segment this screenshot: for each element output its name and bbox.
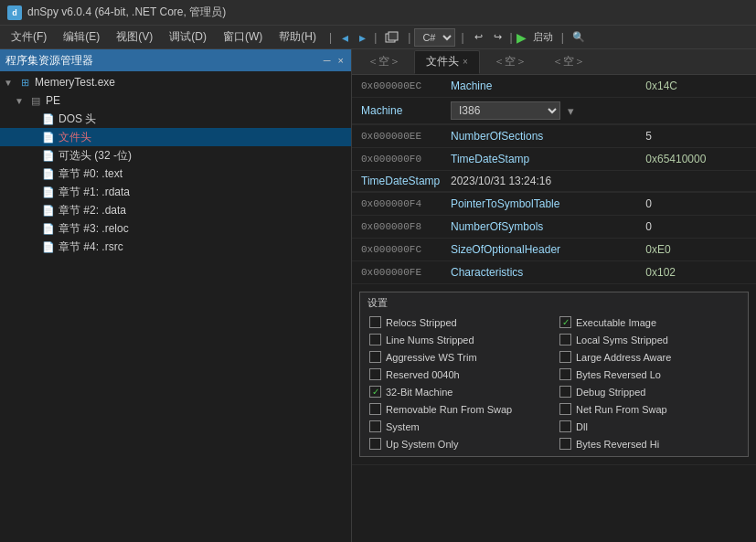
cb-label-execimg: Executable Image <box>576 317 656 328</box>
prop-row-char: 0x000000FE Characteristics 0x102 <box>352 261 756 284</box>
tree-label-pe: PE <box>46 94 60 107</box>
left-panel: 程序集资源管理器 ─ × ▼ ⊞ MemeryTest.exe ▼ ▤ PE ▶ <box>0 49 352 542</box>
properties-table: 0x000000EC Machine 0x14C Machine I386 AM… <box>352 75 756 465</box>
tree-item-sec3[interactable]: ▶ 📄 章节 #3: .reloc <box>0 219 351 238</box>
cb-box-reserved <box>369 368 381 380</box>
prop-addr-machine: 0x000000EC <box>352 75 443 98</box>
content-area: 0x000000EC Machine 0x14C Machine I386 AM… <box>352 75 756 542</box>
tree-item-dos[interactable]: ▶ 📄 DOS 头 <box>0 110 351 128</box>
cb-executable-image[interactable]: ✓ Executable Image <box>554 314 744 331</box>
cb-box-execimg: ✓ <box>559 316 571 328</box>
tree-label-sec3: 章节 #3: .reloc <box>59 221 129 237</box>
run-btn[interactable]: 启动 <box>528 27 558 48</box>
cb-aggressive-ws[interactable]: Aggressive WS Trim <box>364 348 554 366</box>
menu-help[interactable]: 帮助(H) <box>272 27 324 48</box>
cb-label-bytesrevhi: Bytes Reversed Hi <box>576 439 659 450</box>
panel-close-btn[interactable]: × <box>336 55 346 66</box>
menu-window[interactable]: 窗口(W) <box>216 27 270 48</box>
cb-label-32bit: 32-Bit Machine <box>386 387 453 398</box>
panel-title: 程序集资源管理器 <box>5 53 93 69</box>
cb-large-addr[interactable]: Large Address Aware <box>554 348 744 366</box>
tree-item-sec0[interactable]: ▶ 📄 章节 #0: .text <box>0 165 351 183</box>
cb-system[interactable]: System <box>364 418 554 435</box>
panel-header: 程序集资源管理器 ─ × <box>0 49 351 71</box>
panel-pin-btn[interactable]: ─ <box>322 55 333 66</box>
tree-item-pe[interactable]: ▼ ▤ PE <box>0 91 351 110</box>
tree-item-file[interactable]: ▶ 📄 文件头 <box>0 128 351 146</box>
cb-line-nums[interactable]: Line Nums Stripped <box>364 331 554 348</box>
sec0-icon: 📄 <box>41 166 56 181</box>
prop-addr-numsym: 0x000000F8 <box>352 216 443 239</box>
prop-name-ptr: PointerToSymbolTable <box>443 193 638 216</box>
open-file-btn[interactable] <box>380 27 404 48</box>
sec3-icon: 📄 <box>41 221 56 236</box>
menu-view[interactable]: 视图(V) <box>109 27 160 48</box>
tree-item-sec2[interactable]: ▶ 📄 章节 #2: .data <box>0 201 351 219</box>
cb-debug-stripped[interactable]: Debug Stripped <box>554 383 744 400</box>
menu-debug[interactable]: 调试(D) <box>162 27 214 48</box>
ts-human-row: TimeDateStamp 2023/10/31 13:24:16 <box>352 171 756 193</box>
tab-bar: ＜空＞ 文件头 × ＜空＞ ＜空＞ <box>352 49 756 75</box>
tab-empty2[interactable]: ＜空＞ <box>482 50 538 74</box>
tab-empty1[interactable]: ＜空＞ <box>356 50 412 74</box>
machine-dropdown-row: Machine I386 AMD64 ARM ▾ <box>352 98 756 125</box>
cb-net-run[interactable]: Net Run From Swap <box>554 400 744 418</box>
cb-label-dll: Dll <box>576 421 588 432</box>
cb-box-aws <box>369 351 381 363</box>
cb-removable-run[interactable]: Removable Run From Swap <box>364 400 554 418</box>
prop-addr-numsec: 0x000000EE <box>352 125 443 148</box>
tree-label-file: 文件头 <box>59 130 91 145</box>
forward-btn[interactable]: ▸ <box>355 27 370 48</box>
cb-label-system: System <box>386 421 420 432</box>
cb-32bit[interactable]: ✓ 32-Bit Machine <box>364 383 554 400</box>
tab-close-filehead[interactable]: × <box>463 57 468 67</box>
cb-box-upsystem <box>369 438 381 450</box>
prop-value-optsize: 0xE0 <box>638 239 756 261</box>
language-dropdown[interactable]: C# IL <box>414 28 455 47</box>
tree-label-optional: 可选头 (32 -位) <box>59 148 132 164</box>
tree-item-optional[interactable]: ▶ 📄 可选头 (32 -位) <box>0 146 351 165</box>
prop-value-numsym: 0 <box>638 216 756 239</box>
back-btn[interactable]: ◂ <box>337 27 353 48</box>
tree-item-sec1[interactable]: ▶ 📄 章节 #1: .rdata <box>0 183 351 201</box>
prop-value-char: 0x102 <box>638 261 756 284</box>
redo-btn[interactable]: ↪ <box>489 27 506 48</box>
tree-item-memery[interactable]: ▼ ⊞ MemeryTest.exe <box>0 73 351 91</box>
tree-label-memery: MemeryTest.exe <box>35 76 115 89</box>
tree-item-sec4[interactable]: ▶ 📄 章节 #4: .rsrc <box>0 238 351 256</box>
cb-upsystem[interactable]: Up System Only <box>364 435 554 452</box>
undo-btn[interactable]: ↩ <box>470 27 487 48</box>
prop-row-ptr: 0x000000F4 PointerToSymbolTable 0 <box>352 193 756 216</box>
machine-dropdown-container: Machine I386 AMD64 ARM ▾ <box>352 98 756 124</box>
cb-label-upsystem: Up System Only <box>386 439 458 450</box>
prop-row-machine: 0x000000EC Machine 0x14C <box>352 75 756 98</box>
settings-right-col: ✓ Executable Image Local Syms Stripped <box>554 314 744 452</box>
cb-reserved-0040[interactable]: Reserved 0040h <box>364 366 554 383</box>
main-layout: 程序集资源管理器 ─ × ▼ ⊞ MemeryTest.exe ▼ ▤ PE ▶ <box>0 49 756 542</box>
menu-edit[interactable]: 编辑(E) <box>56 27 107 48</box>
tab-empty3[interactable]: ＜空＞ <box>540 50 597 74</box>
cb-bytes-rev-hi[interactable]: Bytes Reversed Hi <box>554 435 744 452</box>
prop-name-ts: TimeDateStamp <box>443 148 638 171</box>
cb-label-localsyms: Local Syms Stripped <box>576 335 668 345</box>
optional-icon: 📄 <box>41 148 56 163</box>
cb-box-debugstrip <box>559 386 571 398</box>
tab-filehead[interactable]: 文件头 × <box>414 50 480 74</box>
menu-file[interactable]: 文件(F) <box>4 27 54 48</box>
menu-bar: 文件(F) 编辑(E) 视图(V) 调试(D) 窗口(W) 帮助(H) | ◂ … <box>0 26 756 49</box>
cb-box-netrun <box>559 403 571 415</box>
tree-label-sec0: 章节 #0: .text <box>59 166 122 182</box>
exe-icon: ⊞ <box>17 75 32 90</box>
sec4-icon: 📄 <box>41 239 56 254</box>
prop-value-ts: 0x65410000 <box>638 148 756 171</box>
cb-relocs-stripped[interactable]: Relocs Stripped <box>364 314 554 331</box>
machine-select[interactable]: I386 AMD64 ARM <box>451 101 560 120</box>
dos-icon: 📄 <box>41 112 56 126</box>
prop-addr-optsize: 0x000000FC <box>352 239 443 261</box>
cb-dll[interactable]: Dll <box>554 418 744 435</box>
cb-local-syms[interactable]: Local Syms Stripped <box>554 331 744 348</box>
prop-name-machine: Machine <box>443 75 638 98</box>
cb-bytes-rev-lo[interactable]: Bytes Reversed Lo <box>554 366 744 383</box>
tree-view: ▼ ⊞ MemeryTest.exe ▼ ▤ PE ▶ 📄 DOS 头 ▶ 📄 … <box>0 71 351 542</box>
search-btn[interactable]: 🔍 <box>568 27 590 48</box>
